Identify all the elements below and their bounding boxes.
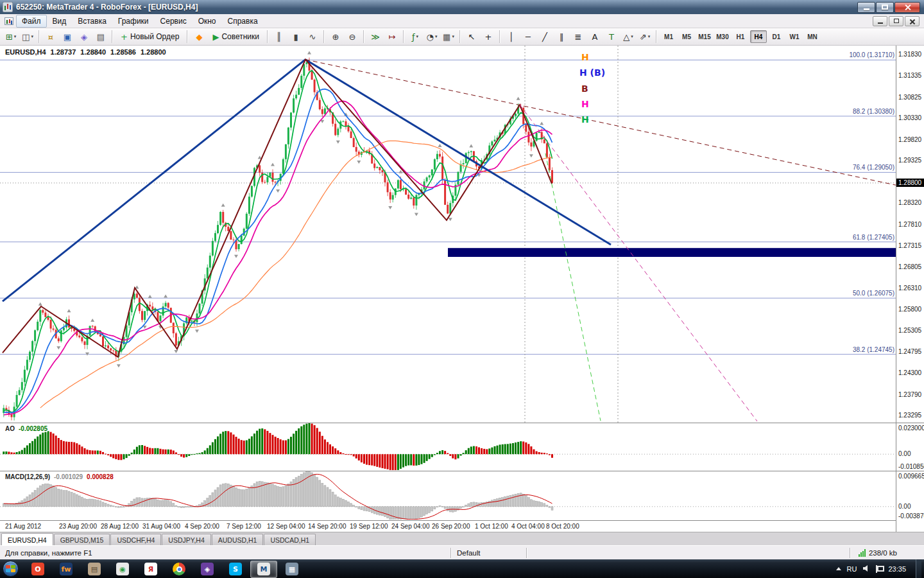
market-watch-button[interactable]: ¤ bbox=[43, 30, 58, 44]
vertical-line-button[interactable]: │ bbox=[504, 30, 519, 44]
taskbar-yandex-icon[interactable]: Я bbox=[137, 561, 164, 578]
timeframe-m15-button[interactable]: M15 bbox=[696, 30, 713, 43]
chart-tab-gbpusd-m15[interactable]: GBPUSD,M15 bbox=[54, 534, 110, 545]
shapes-button[interactable]: △▾ bbox=[620, 30, 636, 44]
volume-icon[interactable] bbox=[862, 565, 870, 574]
chart-tab-eurusd-h4[interactable]: EURUSD,H4 bbox=[1, 533, 53, 545]
menu-item-3[interactable]: Графики bbox=[112, 15, 155, 28]
expert-alert-button[interactable]: ◆ bbox=[191, 30, 207, 44]
price-axis-label: 1.25305 bbox=[898, 327, 921, 334]
indicators-button[interactable]: ƒ▾ bbox=[407, 30, 423, 44]
cursor-icon: ↖ bbox=[468, 33, 475, 41]
data-window-button[interactable]: ▣ bbox=[60, 30, 75, 44]
menu-item-4[interactable]: Сервис bbox=[155, 15, 193, 28]
timeframe-mn-button[interactable]: MN bbox=[804, 30, 821, 43]
menu-item-6[interactable]: Справка bbox=[222, 15, 264, 28]
taskbar-disc-icon[interactable]: ◉ bbox=[109, 561, 136, 578]
chart-tab-audusd-h1[interactable]: AUDUSD,H1 bbox=[212, 534, 264, 545]
price-chart-canvas[interactable] bbox=[0, 46, 896, 423]
chart-region: EURUSD,H4 1.28737 1.28840 1.28586 1.2880… bbox=[0, 46, 924, 532]
show-desktop-button[interactable] bbox=[916, 559, 921, 578]
dropdown-arrow-icon: ▾ bbox=[435, 34, 438, 39]
macd-axis-zero-label: 0.00 bbox=[898, 503, 911, 510]
macd-indicator-canvas[interactable] bbox=[0, 471, 896, 520]
timeframe-m5-button[interactable]: M5 bbox=[678, 30, 695, 43]
taskbar-crystal-icon[interactable]: ◈ bbox=[194, 561, 221, 578]
status-separator bbox=[526, 548, 527, 558]
new-order-button[interactable]: +Новый Ордер bbox=[116, 30, 184, 44]
menu-item-0[interactable]: Файл bbox=[16, 15, 47, 28]
timeframe-d1-button[interactable]: D1 bbox=[768, 30, 785, 43]
chart-shift-button[interactable]: ↦ bbox=[384, 30, 400, 44]
chart-tab-usdjpy-h4[interactable]: USDJPY,H4 bbox=[162, 534, 210, 545]
terminal-button[interactable]: ▤ bbox=[93, 30, 108, 44]
menu-item-1[interactable]: Вид bbox=[47, 15, 73, 28]
horizontal-line-button[interactable]: ─ bbox=[520, 30, 536, 44]
taskbar-skype-icon[interactable]: S bbox=[222, 561, 249, 578]
timeframe-w1-button[interactable]: W1 bbox=[786, 30, 803, 43]
auto-scroll-button[interactable]: ≫ bbox=[368, 30, 383, 44]
action-center-flag-icon[interactable] bbox=[876, 565, 882, 573]
date-label: 8 Oct 20:00 bbox=[546, 523, 579, 530]
profiles-button[interactable]: ◫▾ bbox=[20, 30, 35, 44]
date-label: 7 Sep 12:00 bbox=[227, 523, 261, 530]
navigator-button[interactable]: ◈ bbox=[76, 30, 92, 44]
crosshair-button[interactable]: + bbox=[481, 30, 496, 44]
hidden-icons-arrow-icon[interactable] bbox=[836, 567, 841, 570]
maximize-button[interactable] bbox=[876, 2, 894, 13]
fibonacci-button[interactable]: ≣ bbox=[570, 30, 586, 44]
fibo-level-label: 61.8 (1.27405) bbox=[853, 234, 894, 241]
chart-tab-usdchf-h4[interactable]: USDCHF,H4 bbox=[110, 534, 161, 545]
taskbar-chrome-icon[interactable] bbox=[166, 561, 193, 578]
ao-indicator-canvas[interactable] bbox=[0, 423, 896, 470]
child-close-button[interactable] bbox=[905, 16, 920, 26]
close-button[interactable] bbox=[894, 2, 920, 13]
text-label-button[interactable]: T bbox=[604, 30, 619, 44]
arrows-button[interactable]: ⇗▾ bbox=[637, 30, 653, 44]
periods-button[interactable]: ◔▾ bbox=[424, 30, 440, 44]
timeframe-m1-button[interactable]: M1 bbox=[660, 30, 677, 43]
child-minimize-button[interactable] bbox=[873, 16, 887, 26]
minimize-button[interactable] bbox=[857, 2, 875, 13]
candlestick-chart-button[interactable]: ▮ bbox=[288, 30, 304, 44]
taskbar-metatrader-icon[interactable]: M bbox=[250, 561, 277, 578]
cursor-button[interactable]: ↖ bbox=[464, 30, 479, 44]
new-order-icon: + bbox=[121, 33, 128, 41]
fibo-level-label: 88.2 (1.30380) bbox=[853, 108, 894, 115]
date-label: 12 Sep 04:00 bbox=[267, 523, 305, 530]
taskbar-photos-icon[interactable]: ▤ bbox=[81, 561, 108, 578]
taskbar-viewer-icon[interactable]: ▦ bbox=[278, 561, 305, 578]
taskbar-opera-icon[interactable]: O bbox=[24, 561, 51, 578]
price-axis[interactable]: 1.318301.313351.308251.303301.298201.293… bbox=[896, 46, 924, 532]
menu-item-2[interactable]: Вставка bbox=[72, 15, 112, 28]
timeframe-h4-button[interactable]: H4 bbox=[750, 30, 767, 43]
profile-segment[interactable]: Default bbox=[453, 549, 525, 557]
zoom-out-button[interactable]: ⊖ bbox=[345, 30, 360, 44]
toolbar-separator bbox=[499, 30, 501, 43]
time-axis[interactable]: 21 Aug 201223 Aug 20:0028 Aug 12:0031 Au… bbox=[0, 520, 896, 532]
taskbar-firefox-icon[interactable]: fw bbox=[53, 561, 80, 578]
new-chart-button[interactable]: ⊞▾ bbox=[3, 30, 19, 44]
chrome-icon bbox=[173, 563, 185, 575]
line-chart-button[interactable]: ∿ bbox=[305, 30, 320, 44]
timeframe-m30-button[interactable]: M30 bbox=[714, 30, 731, 43]
timeframe-h1-button[interactable]: H1 bbox=[732, 30, 749, 43]
channel-button[interactable]: ∥ bbox=[554, 30, 569, 44]
start-button[interactable] bbox=[3, 561, 19, 577]
experts-button[interactable]: ▶Советники bbox=[208, 30, 264, 44]
title-bar[interactable]: 652250: MetaTrader 4 - RoboForex - [EURU… bbox=[0, 0, 924, 14]
child-restore-button[interactable] bbox=[889, 16, 903, 26]
menu-item-5[interactable]: Окно bbox=[193, 15, 222, 28]
new-order-button-label: Новый Ордер bbox=[130, 32, 179, 41]
chart-tab-usdcad-h1[interactable]: USDCAD,H1 bbox=[264, 534, 316, 545]
text-button[interactable]: A bbox=[587, 30, 603, 44]
trendline-button[interactable]: ╱ bbox=[537, 30, 552, 44]
toolbar-separator bbox=[187, 30, 188, 43]
language-indicator[interactable]: RU bbox=[847, 565, 857, 573]
clock[interactable]: 23:35 bbox=[888, 565, 906, 573]
templates-button[interactable]: ▦▾ bbox=[441, 30, 456, 44]
system-tray: RU 23:35 bbox=[836, 559, 924, 578]
zoom-in-button[interactable]: ⊕ bbox=[328, 30, 343, 44]
dropdown-arrow-icon: ▾ bbox=[631, 34, 633, 39]
bar-chart-button[interactable]: ║ bbox=[271, 30, 287, 44]
